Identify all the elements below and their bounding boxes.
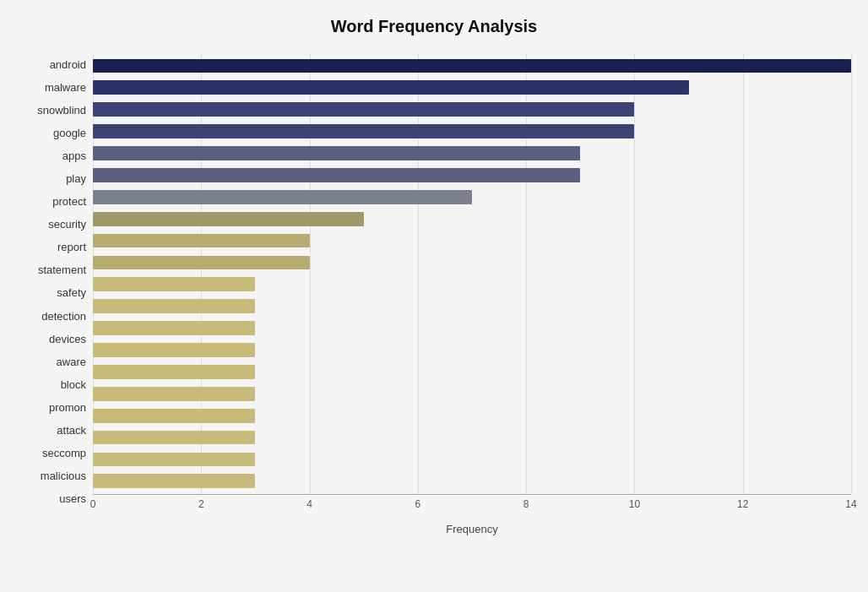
bar-row — [93, 231, 851, 251]
bar — [93, 453, 255, 467]
bar — [93, 365, 255, 379]
y-label: aware — [17, 356, 93, 367]
bar — [93, 256, 310, 270]
bar-row — [93, 100, 851, 120]
bar-row — [93, 471, 851, 492]
bar-row — [93, 296, 851, 317]
x-tick: 0 — [90, 498, 96, 510]
bar — [93, 124, 634, 138]
y-label: malicious — [17, 470, 93, 481]
bars-wrapper — [93, 53, 851, 494]
x-tick: 2 — [198, 498, 204, 510]
y-label: snowblind — [17, 105, 93, 116]
y-label: malware — [17, 82, 93, 93]
y-label: play — [17, 173, 93, 184]
bar — [93, 277, 255, 291]
y-label: block — [17, 379, 93, 390]
bar — [93, 387, 255, 401]
bar — [93, 146, 580, 160]
y-label: users — [17, 493, 93, 504]
bar — [93, 190, 472, 204]
y-label: apps — [17, 150, 93, 161]
bar-row — [93, 318, 851, 339]
bar-row — [93, 144, 851, 164]
bars-section — [93, 53, 851, 494]
y-labels: androidmalwaresnowblindgoogleappsplaypro… — [17, 53, 93, 535]
x-axis: 02468101214 — [93, 494, 851, 519]
bar — [93, 80, 689, 95]
x-tick: 14 — [845, 498, 856, 510]
y-label: devices — [17, 334, 93, 345]
bar — [93, 299, 255, 313]
bar — [93, 343, 255, 357]
bar-row — [93, 405, 851, 426]
bar-row — [93, 449, 851, 470]
y-label: report — [17, 242, 93, 253]
bar — [93, 431, 255, 445]
bar-row — [93, 383, 851, 404]
x-tick: 10 — [629, 498, 640, 510]
bar-row — [93, 361, 851, 382]
y-label: statement — [17, 264, 93, 275]
bar-row — [93, 78, 851, 98]
bar-row — [93, 209, 851, 229]
y-label: security — [17, 219, 93, 230]
y-label: android — [17, 59, 93, 70]
bar — [93, 59, 851, 73]
bar-row — [93, 427, 851, 448]
y-label: attack — [17, 425, 93, 436]
bar — [93, 409, 255, 423]
chart-container: Word Frequency Analysis androidmalwaresn… — [0, 0, 868, 592]
x-tick: 8 — [524, 498, 529, 510]
bars-and-xaxis: 02468101214 Frequency — [93, 53, 851, 535]
bar — [93, 474, 255, 488]
bar-row — [93, 165, 851, 185]
y-label: seccomp — [17, 448, 93, 459]
x-tick: 6 — [415, 498, 421, 510]
bar-row — [93, 187, 851, 207]
bar — [93, 212, 364, 226]
bar-row — [93, 122, 851, 142]
bar-row — [93, 340, 851, 361]
y-label: safety — [17, 287, 93, 298]
chart-title: Word Frequency Analysis — [17, 17, 851, 36]
grid-line — [851, 53, 852, 494]
bar — [93, 234, 310, 248]
y-label: promon — [17, 402, 93, 413]
bar-row — [93, 56, 851, 76]
bar — [93, 168, 580, 182]
bar — [93, 321, 255, 335]
bar-row — [93, 253, 851, 273]
y-label: protect — [17, 196, 93, 207]
bar-row — [93, 274, 851, 295]
chart-area: androidmalwaresnowblindgoogleappsplaypro… — [17, 53, 851, 535]
x-tick: 12 — [737, 498, 748, 510]
y-label: google — [17, 128, 93, 138]
bar — [93, 102, 634, 117]
x-axis-label: Frequency — [93, 523, 851, 535]
x-tick: 4 — [307, 498, 312, 510]
y-label: detection — [17, 311, 93, 322]
